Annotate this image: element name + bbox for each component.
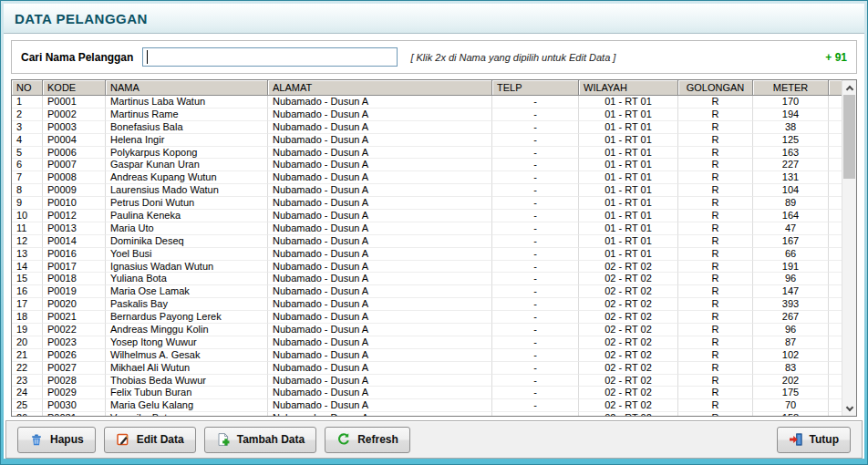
scroll-up-button[interactable] xyxy=(842,80,856,94)
table-cell: R xyxy=(678,159,753,171)
edit-data-button[interactable]: Edit Data xyxy=(104,427,196,453)
table-cell: Nubamado - Dusun A xyxy=(268,210,492,222)
exit-door-icon xyxy=(789,432,803,447)
table-row[interactable]: 16P0019Maria Ose LamakNubamado - Dusun A… xyxy=(12,285,842,298)
table-cell: P0023 xyxy=(43,336,106,349)
table-row[interactable]: 23P0028Thobias Beda WuwurNubamado - Dusu… xyxy=(12,375,842,388)
table-cell: 167 xyxy=(753,235,829,248)
column-header-telp[interactable]: TELP xyxy=(492,80,579,96)
table-cell: - xyxy=(492,311,579,324)
table-cell: Nubamado - Dusun A xyxy=(268,197,492,210)
table-cell: Dominika Deseq xyxy=(106,235,268,248)
column-header-kode[interactable]: KODE xyxy=(43,80,106,96)
table-row[interactable]: 8P0009Laurensius Mado WatunNubamado - Du… xyxy=(12,184,842,197)
table-cell: Nubamado - Dusun A xyxy=(268,349,492,362)
scrollbar-thumb[interactable] xyxy=(843,95,855,179)
table-cell: 01 - RT 01 xyxy=(579,184,678,197)
table-cell: P0026 xyxy=(43,349,106,362)
table-cell: 01 - RT 01 xyxy=(579,108,678,121)
table-row[interactable]: 12P0014Dominika DeseqNubamado - Dusun A-… xyxy=(12,235,842,248)
table-cell: Maria Gelu Kalang xyxy=(106,399,268,412)
table-row[interactable]: 21P0026Wilhelmus A. GesakNubamado - Dusu… xyxy=(12,349,842,362)
table-row[interactable]: 18P0021Bernardus Payong LerekNubamado - … xyxy=(12,311,842,324)
table-cell: 47 xyxy=(753,222,829,235)
search-input[interactable] xyxy=(142,47,398,67)
table-cell: - xyxy=(492,121,579,134)
table-cell-filler xyxy=(829,134,842,147)
table-cell: 12 xyxy=(12,235,43,248)
table-row[interactable]: 1P0001Martinus Laba WatunNubamado - Dusu… xyxy=(12,96,842,108)
table-cell: 104 xyxy=(753,184,829,197)
table-row[interactable]: 20P0023Yosep Itong WuwurNubamado - Dusun… xyxy=(12,336,842,349)
table-row[interactable]: 7P0008Andreas Kupang WutunNubamado - Dus… xyxy=(12,171,842,184)
grid-header-row: NOKODENAMAALAMATTELPWILAYAHGOLONGANMETER xyxy=(12,80,842,96)
text-caret xyxy=(147,50,148,64)
table-row[interactable]: 22P0027Mikhael Ali WutunNubamado - Dusun… xyxy=(12,362,842,375)
table-cell: 20 xyxy=(12,336,43,349)
column-header-alamat[interactable]: ALAMAT xyxy=(268,80,492,96)
table-cell: - xyxy=(492,273,579,285)
table-cell-filler xyxy=(829,121,842,134)
table-cell: 227 xyxy=(753,159,829,171)
vertical-scrollbar[interactable] xyxy=(842,80,856,416)
hapus-button[interactable]: Hapus xyxy=(17,427,96,453)
hapus-button-label: Hapus xyxy=(50,433,84,446)
table-row[interactable]: 15P0018Yuliana BotaNubamado - Dusun A-02… xyxy=(12,273,842,285)
table-row[interactable]: 5P0006Polykarpus KopongNubamado - Dusun … xyxy=(12,147,842,160)
table-cell: 19 xyxy=(12,324,43,336)
app-window: DATA PELANGGAN Cari Nama Pelanggan [ Kli… xyxy=(0,0,868,465)
tambah-data-button-label: Tambah Data xyxy=(237,433,305,446)
table-row[interactable]: 11P0013Maria UtoNubamado - Dusun A-01 - … xyxy=(12,222,842,235)
table-cell: P0002 xyxy=(43,108,106,121)
tambah-data-button[interactable]: Tambah Data xyxy=(204,427,316,453)
table-cell: Nubamado - Dusun A xyxy=(268,387,492,399)
column-header-wilayah[interactable]: WILAYAH xyxy=(579,80,678,96)
table-cell-filler xyxy=(829,235,842,248)
table-cell-filler xyxy=(829,197,842,210)
table-row[interactable]: 13P0016Yoel BusiNubamado - Dusun A-01 - … xyxy=(12,248,842,261)
table-row[interactable]: 3P0003Bonefasius BalaNubamado - Dusun A-… xyxy=(12,121,842,134)
table-cell: Martinus Laba Watun xyxy=(106,96,268,108)
table-cell: 13 xyxy=(12,248,43,261)
table-row[interactable]: 24P0029Felix Tubun BuranNubamado - Dusun… xyxy=(12,387,842,399)
table-cell: Veronika Bota xyxy=(106,412,268,416)
column-header-nama[interactable]: NAMA xyxy=(106,80,268,96)
table-cell: R xyxy=(678,285,753,298)
table-cell: Nubamado - Dusun A xyxy=(268,412,492,416)
table-cell: Nubamado - Dusun A xyxy=(268,184,492,197)
table-row[interactable]: 14P0017Ignasius Wadan WutunNubamado - Du… xyxy=(12,261,842,274)
table-row[interactable]: 25P0030Maria Gelu KalangNubamado - Dusun… xyxy=(12,399,842,412)
table-cell: 22 xyxy=(12,362,43,375)
chevron-up-icon xyxy=(845,85,852,92)
table-cell: Martinus Rame xyxy=(106,108,268,121)
column-header-golongan[interactable]: GOLONGAN xyxy=(678,80,753,96)
table-cell: R xyxy=(678,222,753,235)
table-row[interactable]: 17P0020Paskalis BayNubamado - Dusun A-02… xyxy=(12,298,842,311)
column-header-no[interactable]: NO xyxy=(12,80,43,96)
table-row[interactable]: 4P0004Helena IngirNubamado - Dusun A-01 … xyxy=(12,134,842,147)
table-cell: Bonefasius Bala xyxy=(106,121,268,134)
page-title: DATA PELANGGAN xyxy=(15,11,148,26)
table-row[interactable]: 19P0022Andreas Minggu KolinNubamado - Du… xyxy=(12,324,842,336)
table-row[interactable]: 26P0031Veronika BotaNubamado - Dusun A-0… xyxy=(12,412,842,416)
table-cell: 01 - RT 01 xyxy=(579,147,678,160)
table-cell: 16 xyxy=(12,285,43,298)
table-cell: 01 - RT 01 xyxy=(579,197,678,210)
table-cell: - xyxy=(492,184,579,197)
table-cell-filler xyxy=(829,222,842,235)
search-input-wrap xyxy=(142,47,398,67)
table-cell: Nubamado - Dusun A xyxy=(268,375,492,388)
table-row[interactable]: 2P0002Martinus RameNubamado - Dusun A-01… xyxy=(12,108,842,121)
table-row[interactable]: 6P0007Gaspar Kunan UranNubamado - Dusun … xyxy=(12,159,842,171)
refresh-button[interactable]: Refresh xyxy=(325,427,410,453)
tutup-button[interactable]: Tutup xyxy=(777,427,851,453)
table-cell: 175 xyxy=(753,387,829,399)
table-cell: Nubamado - Dusun A xyxy=(268,362,492,375)
column-header-meter[interactable]: METER xyxy=(753,80,829,96)
table-cell: Yoel Busi xyxy=(106,248,268,261)
scroll-down-button[interactable] xyxy=(842,402,856,416)
table-row[interactable]: 10P0012Paulina KenekaNubamado - Dusun A-… xyxy=(12,210,842,222)
table-row[interactable]: 9P0010Petrus Doni WutunNubamado - Dusun … xyxy=(12,197,842,210)
table-cell: R xyxy=(678,197,753,210)
table-cell: 202 xyxy=(753,375,829,388)
